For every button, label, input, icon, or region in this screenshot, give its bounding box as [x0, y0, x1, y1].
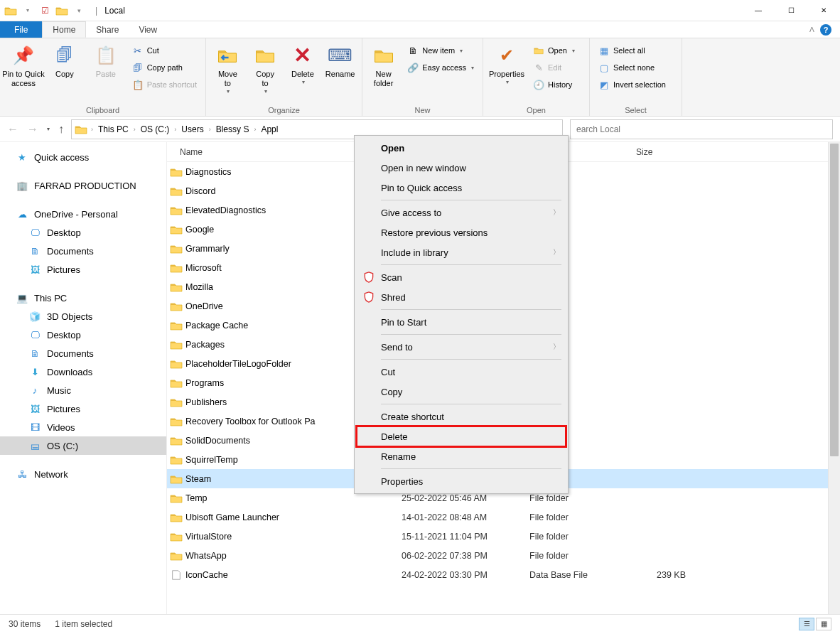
context-item[interactable]: Properties: [357, 471, 566, 491]
edit-button[interactable]: ✎Edit: [529, 60, 579, 75]
context-item[interactable]: Send to〉: [357, 337, 566, 357]
navigation-pane: ★Quick access 🏢FARRAD PRODUCTION ☁OneDri…: [0, 142, 167, 614]
context-item[interactable]: Pin to Quick access: [357, 178, 566, 198]
help-icon[interactable]: ?: [820, 24, 831, 36]
move-to-button[interactable]: Move to▾: [210, 41, 245, 95]
back-button[interactable]: ←: [7, 123, 18, 136]
context-item[interactable]: Rename: [357, 446, 566, 466]
context-item[interactable]: Pin to Start: [357, 312, 566, 332]
select-all-button[interactable]: ▦Select all: [594, 43, 670, 58]
context-item[interactable]: Shred: [357, 287, 566, 307]
context-item[interactable]: Include in library〉: [357, 242, 566, 262]
qat-dropdown-icon[interactable]: ▾: [20, 3, 36, 18]
context-separator: [381, 200, 561, 200]
table-row[interactable]: VirtualStore15-11-2021 11:04 PMFile fold…: [167, 527, 840, 546]
nav-od-documents[interactable]: 🗎Documents: [0, 242, 166, 260]
copy-to-button[interactable]: Copy to▾: [248, 41, 283, 95]
nav-pc-music[interactable]: ♪Music: [0, 381, 166, 399]
nav-pc-documents[interactable]: 🗎Documents: [0, 344, 166, 362]
new-item-icon: 🗎: [407, 45, 419, 56]
tab-share[interactable]: Share: [86, 21, 129, 38]
context-separator: [381, 264, 561, 265]
context-item[interactable]: Open: [357, 138, 566, 158]
file-date: 14-01-2022 08:48 AM: [402, 512, 529, 522]
file-date: 24-02-2022 03:30 PM: [402, 570, 529, 580]
forward-button[interactable]: →: [27, 123, 38, 136]
context-item-label: Scan: [381, 272, 402, 283]
history-button[interactable]: 🕘History: [529, 77, 579, 92]
download-icon: ⬇: [28, 366, 41, 377]
properties-button[interactable]: ✔ Properties▾: [488, 41, 526, 86]
qat-overflow-icon[interactable]: ▾: [71, 3, 87, 18]
file-name: Temp: [185, 493, 402, 503]
open-button[interactable]: Open▾: [529, 43, 579, 58]
paste-shortcut-button[interactable]: 📋Paste shortcut: [128, 77, 201, 92]
context-separator: [381, 404, 561, 404]
table-row[interactable]: IconCache24-02-2022 03:30 PMData Base Fi…: [167, 565, 840, 584]
nav-network[interactable]: 🖧Network: [0, 465, 166, 483]
select-none-button[interactable]: ▢Select none: [594, 60, 670, 75]
nav-onedrive[interactable]: ☁OneDrive - Personal: [0, 205, 166, 223]
nav-quick-access[interactable]: ★Quick access: [0, 148, 166, 166]
new-folder-button[interactable]: New folder: [367, 41, 400, 88]
shield-icon: [362, 291, 375, 303]
easy-access-icon: 🔗: [407, 62, 419, 73]
nav-pc-videos[interactable]: 🎞Videos: [0, 418, 166, 436]
nav-3d-objects[interactable]: 🧊3D Objects: [0, 307, 166, 326]
tab-home[interactable]: Home: [42, 21, 86, 38]
details-view-button[interactable]: ☰: [799, 618, 814, 630]
paste-button[interactable]: 📋 Paste: [87, 41, 125, 79]
nav-pc-pictures[interactable]: 🖼Pictures: [0, 399, 166, 418]
qat-folder2-icon[interactable]: [54, 3, 70, 18]
invert-selection-button[interactable]: ◩Invert selection: [594, 77, 670, 92]
history-dropdown[interactable]: ▾: [47, 126, 50, 132]
nav-od-desktop[interactable]: 🖵Desktop: [0, 223, 166, 242]
file-size: 239 KB: [636, 570, 693, 580]
table-row[interactable]: WhatsApp06-02-2022 07:38 PMFile folder: [167, 546, 840, 565]
scrollbar-thumb[interactable]: [830, 144, 839, 456]
cut-button[interactable]: ✂Cut: [128, 43, 201, 58]
nav-pc-desktop[interactable]: 🖵Desktop: [0, 326, 166, 344]
close-button[interactable]: ✕: [807, 0, 840, 21]
breadcrumb-seg[interactable]: Users: [178, 124, 206, 134]
copy-button[interactable]: 🗐 Copy: [45, 41, 84, 79]
nav-pc-downloads[interactable]: ⬇Downloads: [0, 362, 166, 381]
qat-check-icon[interactable]: ☑: [37, 3, 53, 18]
folder-icon: [167, 455, 185, 465]
breadcrumb-seg[interactable]: This PC: [95, 124, 131, 134]
nav-pc-osc[interactable]: 🖴OS (C:): [0, 436, 166, 455]
search-input[interactable]: earch Local: [570, 119, 833, 139]
context-item-label: Create shortcut: [381, 412, 444, 422]
maximize-button[interactable]: ☐: [775, 0, 807, 21]
context-item[interactable]: Open in new window: [357, 158, 566, 178]
large-icons-view-button[interactable]: ▦: [816, 618, 831, 630]
easy-access-button[interactable]: 🔗Easy access▾: [403, 60, 478, 75]
tab-file[interactable]: File: [0, 21, 42, 38]
pin-to-quick-access-button[interactable]: 📌 Pin to Quick access: [4, 41, 43, 88]
copy-path-button[interactable]: 🗐Copy path: [128, 60, 201, 75]
nav-this-pc[interactable]: 💻This PC: [0, 289, 166, 307]
tab-view[interactable]: View: [129, 21, 167, 38]
breadcrumb-seg[interactable]: Appl: [258, 124, 281, 134]
delete-button[interactable]: ✕ Delete▾: [286, 41, 321, 86]
context-item[interactable]: Create shortcut: [357, 407, 566, 426]
context-item[interactable]: Delete: [357, 426, 566, 446]
breadcrumb-folder-icon: [75, 123, 87, 136]
nav-od-pictures[interactable]: 🖼Pictures: [0, 260, 166, 279]
breadcrumb-seg[interactable]: Blessy S: [213, 124, 252, 134]
up-button[interactable]: ↑: [58, 123, 64, 136]
new-item-button[interactable]: 🗎New item▾: [403, 43, 478, 58]
context-item[interactable]: Cut: [357, 362, 566, 382]
table-row[interactable]: Ubisoft Game Launcher14-01-2022 08:48 AM…: [167, 507, 840, 527]
nav-farrad[interactable]: 🏢FARRAD PRODUCTION: [0, 176, 166, 195]
context-item[interactable]: Copy: [357, 382, 566, 402]
rename-button[interactable]: ⌨ Rename: [323, 41, 357, 79]
context-item[interactable]: Restore previous versions: [357, 222, 566, 242]
context-item[interactable]: Give access to〉: [357, 203, 566, 222]
scrollbar[interactable]: [828, 142, 840, 614]
collapse-ribbon-icon[interactable]: ᐱ: [809, 26, 814, 33]
breadcrumb-seg[interactable]: OS (C:): [138, 124, 173, 134]
minimize-button[interactable]: —: [742, 0, 775, 21]
copy-icon: 🗐: [53, 44, 76, 67]
context-item[interactable]: Scan: [357, 267, 566, 287]
